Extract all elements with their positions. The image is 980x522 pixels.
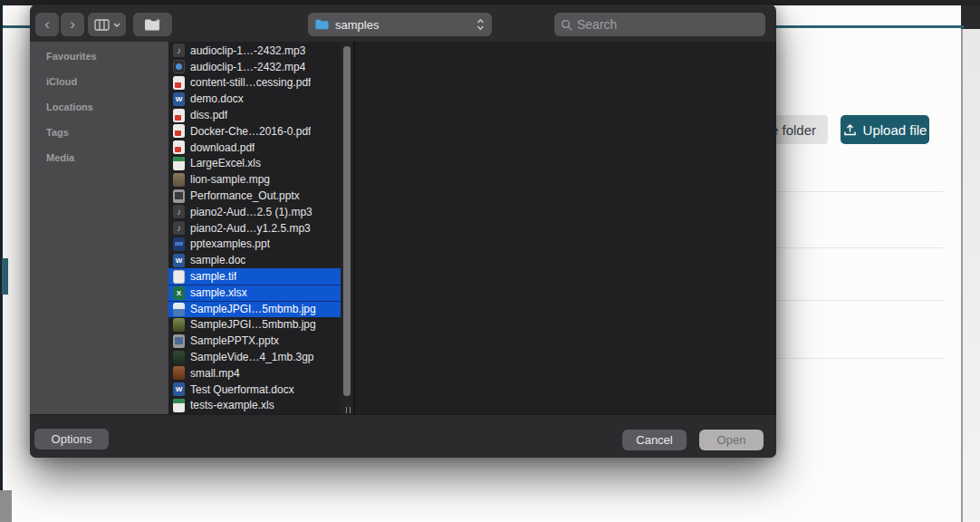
file-name: audioclip-1…-2432.mp3 <box>190 44 305 57</box>
file-row[interactable]: SampleVide…4_1mb.3gp <box>168 349 341 365</box>
file-icon <box>173 60 185 73</box>
page-left-accent <box>2 258 8 295</box>
file-list: audioclip-1…-2432.mp3 audioclip-1…-2432.… <box>168 43 341 413</box>
file-name: diss.pdf <box>190 109 227 121</box>
file-row[interactable]: SampleJPGI…5mbmb.jpg <box>168 301 341 317</box>
file-name: sample.doc <box>190 254 245 266</box>
scrollbar-thumb[interactable] <box>343 46 351 396</box>
file-row[interactable]: sample.tif <box>168 268 341 285</box>
dialog-sidebar: FavouritesiCloudLocationsTagsMedia <box>30 42 168 414</box>
upload-icon <box>843 123 857 137</box>
file-icon <box>173 254 185 267</box>
dialog-footer: Options Cancel Open <box>30 414 776 458</box>
file-name: sample.xlsx <box>190 286 247 299</box>
sidebar-section-media[interactable]: Media <box>30 145 168 170</box>
file-row[interactable]: SampleJPGI…5mbmb.jpg <box>168 317 341 334</box>
file-row[interactable]: pptexamples.ppt <box>168 237 341 253</box>
file-name: Performance_Out.pptx <box>190 189 300 202</box>
file-row[interactable]: lion-sample.mpg <box>168 171 341 188</box>
options-button[interactable]: Options <box>34 429 109 450</box>
sidebar-section-tags[interactable]: Tags <box>30 120 168 145</box>
file-icon <box>173 334 185 348</box>
file-row[interactable]: Performance_Out.pptx <box>168 188 341 204</box>
file-icon <box>173 173 185 187</box>
search-field[interactable] <box>554 13 765 36</box>
cancel-button[interactable]: Cancel <box>622 430 687 450</box>
file-name: content-still…cessing.pdf <box>190 76 311 89</box>
column-resize-handle[interactable] <box>342 406 353 413</box>
file-name: audioclip-1…-2432.mp4 <box>190 61 305 73</box>
file-icon <box>173 157 185 170</box>
file-icon <box>173 286 185 300</box>
file-name: SamplePPTX.pptx <box>190 334 279 347</box>
file-icon <box>173 221 185 235</box>
view-mode-button[interactable] <box>88 13 126 36</box>
file-name: tests-example.xls <box>190 399 274 411</box>
file-name: pptexamples.ppt <box>190 237 270 250</box>
file-row[interactable]: piano2-Aud…2.5 (1).mp3 <box>168 204 341 220</box>
file-icon <box>173 76 185 90</box>
file-icon <box>173 109 185 122</box>
file-column: audioclip-1…-2432.mp3 audioclip-1…-2432.… <box>168 42 353 414</box>
search-input[interactable] <box>577 17 759 32</box>
file-row[interactable]: demo.docx <box>168 91 341 107</box>
file-row[interactable]: Docker-Che…2016-0.pdf <box>168 123 341 140</box>
chevron-right-icon: › <box>70 15 75 34</box>
file-row[interactable]: sample.doc <box>168 252 341 268</box>
file-icon <box>173 399 185 412</box>
file-name: Docker-Che…2016-0.pdf <box>190 125 311 138</box>
file-name: piano2-Aud…y1.2.5.mp3 <box>190 222 311 235</box>
open-button[interactable]: Open <box>699 430 764 450</box>
file-name: demo.docx <box>190 92 244 105</box>
file-row[interactable]: Test Querformat.docx <box>168 382 341 398</box>
file-name: download.pdf <box>190 141 255 154</box>
file-icon <box>173 303 185 316</box>
file-row[interactable]: content-still…cessing.pdf <box>168 75 341 92</box>
file-icon <box>173 92 185 106</box>
file-icon <box>173 44 185 57</box>
current-folder-select[interactable]: samples <box>308 13 492 36</box>
chevron-left-icon: ‹ <box>44 15 50 34</box>
file-row[interactable]: audioclip-1…-2432.mp3 <box>168 43 341 59</box>
new-folder-button[interactable] <box>133 13 172 36</box>
file-icon <box>173 205 185 218</box>
file-name: sample.tif <box>190 270 236 283</box>
file-icon <box>173 318 185 332</box>
sidebar-section-favourites[interactable]: Favourites <box>30 44 168 69</box>
file-row[interactable]: SamplePPTX.pptx <box>168 333 341 349</box>
sidebar-section-icloud[interactable]: iCloud <box>30 69 168 94</box>
file-row[interactable]: sample.xlsx <box>168 285 341 301</box>
file-name: small.mp4 <box>190 367 240 380</box>
file-name: SampleVide…4_1mb.3gp <box>190 351 314 363</box>
dialog-toolbar: ‹ › <box>30 5 776 42</box>
new-folder-icon <box>144 18 161 31</box>
page-right-gutter <box>963 29 980 522</box>
file-icon <box>173 366 185 380</box>
scrollbar-track[interactable] <box>341 42 353 414</box>
file-row[interactable]: LargeExcel.xls <box>168 156 341 172</box>
file-name: lion-sample.mpg <box>190 173 270 186</box>
file-row[interactable]: tests-example.xls <box>168 398 341 414</box>
forward-button[interactable]: › <box>61 13 84 36</box>
upload-button-label: Upload file <box>863 122 927 138</box>
back-button[interactable]: ‹ <box>35 13 59 36</box>
file-row[interactable]: download.pdf <box>168 140 341 156</box>
search-icon <box>561 19 572 31</box>
upload-file-button[interactable]: Upload file <box>841 115 929 144</box>
file-row[interactable]: diss.pdf <box>168 107 341 123</box>
file-row[interactable]: small.mp4 <box>168 365 341 382</box>
page-bottom-left-block <box>0 490 12 522</box>
file-name: LargeExcel.xls <box>190 157 261 169</box>
file-row[interactable]: piano2-Aud…y1.2.5.mp3 <box>168 220 341 237</box>
file-icon <box>173 189 185 203</box>
file-row[interactable]: audioclip-1…-2432.mp4 <box>168 59 341 75</box>
select-chevrons-icon <box>476 18 485 31</box>
file-icon <box>173 124 185 138</box>
file-name: SampleJPGI…5mbmb.jpg <box>190 318 316 331</box>
file-icon <box>173 270 185 284</box>
screen: te folder Upload file ‹ › <box>0 0 980 522</box>
file-name: SampleJPGI…5mbmb.jpg <box>190 303 316 315</box>
sidebar-section-locations[interactable]: Locations <box>30 94 168 120</box>
open-file-dialog: ‹ › <box>30 5 776 458</box>
column-view-icon <box>94 19 110 31</box>
